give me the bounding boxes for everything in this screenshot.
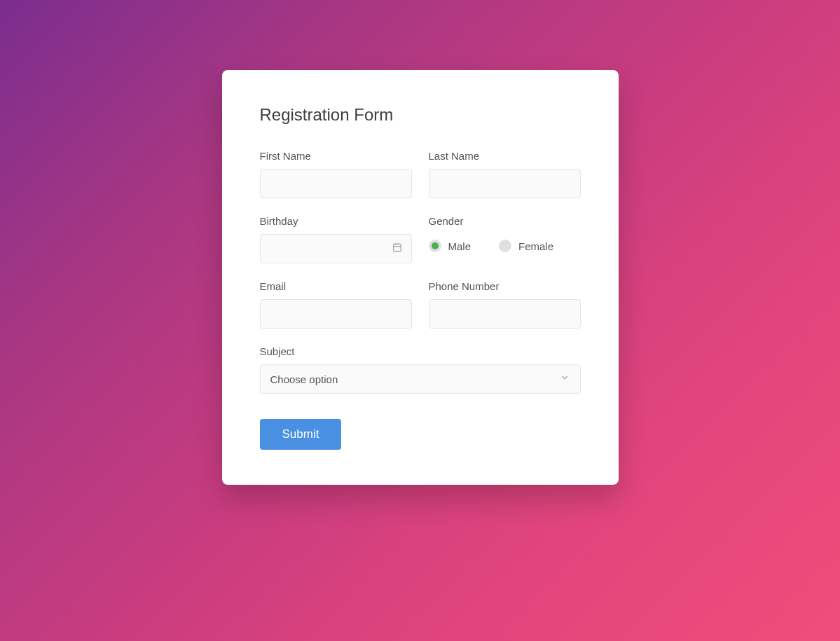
gender-male-label: Male [448,240,471,252]
email-label: Email [260,280,412,292]
subject-select[interactable]: Choose option [260,364,581,394]
birthday-group: Birthday [260,215,412,263]
first-name-input[interactable] [260,169,412,198]
radio-circle-icon [429,240,441,252]
subject-select-wrapper: Choose option [260,364,581,394]
gender-label: Gender [429,215,581,227]
last-name-label: Last Name [429,150,581,162]
submit-button[interactable]: Submit [260,419,342,450]
row-subject: Subject Choose option [260,345,581,394]
birthday-input[interactable] [260,234,412,263]
first-name-group: First Name [260,150,412,198]
gender-radio-group: Male Female [429,234,581,252]
phone-label: Phone Number [429,280,581,292]
row-birthday-gender: Birthday Gender Male [260,215,581,263]
first-name-label: First Name [260,150,412,162]
registration-card: Registration Form First Name Last Name B… [222,70,619,485]
last-name-input[interactable] [429,169,581,198]
gender-group: Gender Male Female [429,215,581,263]
gender-male-radio[interactable]: Male [429,240,471,252]
row-email-phone: Email Phone Number [260,280,581,329]
email-input[interactable] [260,299,412,329]
form-title: Registration Form [260,105,581,125]
gender-female-label: Female [518,240,553,252]
last-name-group: Last Name [429,150,581,198]
phone-input[interactable] [429,299,581,329]
subject-label: Subject [260,345,581,357]
birthday-input-wrapper [260,234,412,263]
subject-group: Subject Choose option [260,345,581,394]
email-group: Email [260,280,412,329]
birthday-label: Birthday [260,215,412,227]
row-name: First Name Last Name [260,150,581,198]
phone-group: Phone Number [429,280,581,329]
gender-female-radio[interactable]: Female [499,240,553,252]
radio-circle-icon [499,240,511,252]
